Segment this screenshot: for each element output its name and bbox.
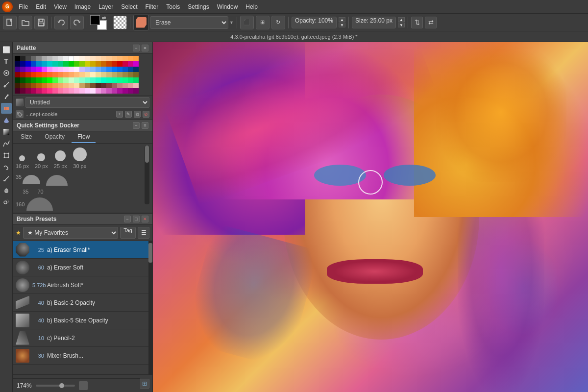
menu-filter[interactable]: Filter: [142, 2, 163, 11]
color-darkgray1[interactable]: [20, 56, 25, 61]
tag-filter-button[interactable]: Tag: [120, 227, 136, 239]
menu-settings[interactable]: Settings: [184, 2, 213, 11]
brush-item-mixer[interactable]: 30 Mixer Brush...: [13, 347, 148, 365]
tool-curves[interactable]: [1, 138, 12, 149]
tool-rect-select[interactable]: ⬜: [1, 44, 12, 55]
brush-half-160[interactable]: [26, 197, 53, 211]
opacity-value[interactable]: Opacity: 100%: [292, 17, 337, 28]
fit-canvas-button[interactable]: [79, 381, 88, 390]
tool-transform[interactable]: [1, 150, 12, 161]
brush-size-25[interactable]: 25 px: [54, 150, 67, 169]
qs-minimize-button[interactable]: −: [133, 122, 140, 129]
size-value[interactable]: Size: 25.00 px: [352, 17, 396, 28]
brush-item-pencil2[interactable]: 10 c) Pencil-2: [13, 329, 148, 347]
color-cream3[interactable]: [85, 56, 90, 61]
brush-half-35[interactable]: [23, 175, 40, 186]
menu-file[interactable]: File: [15, 2, 32, 11]
tool-heal[interactable]: [1, 79, 12, 90]
tool-text[interactable]: T: [1, 56, 12, 67]
bp-scrollbar[interactable]: [148, 241, 152, 374]
tab-opacity[interactable]: Opacity: [39, 131, 71, 143]
expand-button[interactable]: ⊞: [140, 379, 149, 389]
swap-colors-icon[interactable]: ⇄: [101, 15, 107, 21]
tool-measure[interactable]: [1, 173, 12, 184]
bp-maximize-button[interactable]: □: [133, 216, 140, 222]
brush-size-16[interactable]: 16 px: [16, 155, 29, 169]
color-beige6[interactable]: [128, 56, 133, 61]
flip-horizontal-button[interactable]: ⇅: [411, 17, 423, 28]
new-document-button[interactable]: [3, 16, 17, 29]
save-document-button[interactable]: [34, 16, 48, 29]
opacity-up-arrow[interactable]: ▲: [339, 17, 345, 22]
brush-preview[interactable]: [133, 15, 149, 30]
canvas-area[interactable]: [153, 42, 588, 392]
brush-item-airbrush[interactable]: 5.72b Airbrush Soft*: [13, 276, 148, 294]
color-beige4[interactable]: [117, 56, 122, 61]
size-up-arrow[interactable]: ▲: [398, 17, 405, 22]
color-selector[interactable]: ⇄: [90, 15, 107, 30]
color-gray7[interactable]: [63, 56, 69, 61]
brush-half-70[interactable]: [46, 175, 68, 186]
tool-paint-select[interactable]: [1, 68, 12, 78]
color-gray5[interactable]: [52, 56, 58, 61]
menu-edit[interactable]: Edit: [32, 2, 50, 11]
brush-size-20[interactable]: 20 px: [35, 153, 48, 169]
menu-tools[interactable]: Tools: [162, 2, 184, 11]
brush-name-select[interactable]: Erase: [150, 16, 228, 29]
menu-view[interactable]: View: [50, 2, 71, 11]
favorites-select[interactable]: ★ My Favorites: [23, 227, 118, 239]
open-document-button[interactable]: [19, 16, 32, 29]
refresh-button[interactable]: ↻: [271, 16, 285, 29]
tool-gradient[interactable]: [1, 126, 12, 137]
foreground-color-box[interactable]: [90, 15, 100, 25]
eraser-mode-button[interactable]: ⬛: [240, 16, 254, 29]
tag-delete-button[interactable]: ⊘: [143, 111, 149, 118]
redo-button[interactable]: [70, 16, 84, 29]
color-cream1[interactable]: [74, 56, 79, 61]
color-beige7[interactable]: [133, 56, 139, 61]
opacity-down-arrow[interactable]: ▼: [339, 23, 345, 27]
tool-fill[interactable]: [1, 115, 12, 125]
color-gray3[interactable]: [42, 56, 47, 61]
color-beige3[interactable]: [112, 56, 117, 61]
tab-size[interactable]: Size: [15, 131, 38, 143]
size-down-arrow[interactable]: ▼: [398, 23, 405, 27]
brush-size-30[interactable]: 30 px: [73, 147, 87, 169]
menu-layer[interactable]: Layer: [95, 2, 117, 11]
palette-minimize-button[interactable]: −: [133, 45, 140, 51]
color-gray4[interactable]: [47, 56, 52, 61]
tag-edit-button[interactable]: ✎: [125, 111, 132, 118]
undo-button[interactable]: [54, 16, 68, 29]
color-beige1[interactable]: [101, 56, 106, 61]
flip-vertical-button[interactable]: ⇄: [425, 17, 437, 28]
brush-item-eraser-small[interactable]: 25 a) Eraser Small*: [13, 241, 148, 259]
color-gray1[interactable]: [31, 56, 36, 61]
qs-scrollbar[interactable]: [145, 146, 149, 204]
color-beige2[interactable]: [106, 56, 112, 61]
tool-paintbrush[interactable]: [1, 91, 12, 102]
brush-item-eraser-soft[interactable]: 60 a) Eraser Soft: [13, 259, 148, 276]
color-cream4[interactable]: [90, 56, 96, 61]
palette-options-button[interactable]: ≡: [142, 45, 148, 51]
qs-options-button[interactable]: ≡: [142, 122, 148, 129]
color-black[interactable]: [15, 56, 20, 61]
view-toggle-button[interactable]: ☰: [138, 227, 149, 239]
tab-flow[interactable]: Flow: [72, 131, 96, 143]
menu-image[interactable]: Image: [71, 2, 95, 11]
lock-alpha-button[interactable]: ⊞: [256, 16, 270, 29]
color-gray2[interactable]: [36, 56, 42, 61]
bp-close-button[interactable]: ✕: [142, 216, 148, 222]
color-white[interactable]: [69, 56, 74, 61]
color-beige5[interactable]: [122, 56, 128, 61]
color-darkgray2[interactable]: [25, 56, 31, 61]
transparency-preview[interactable]: [113, 16, 127, 29]
tag-copy-button[interactable]: ⧉: [134, 111, 141, 118]
tag-add-button[interactable]: +: [116, 111, 123, 118]
palette-name-select[interactable]: Untitled: [25, 97, 149, 108]
brush-item-basic5[interactable]: 40 b) Basic-5 Size Opacity: [13, 312, 148, 329]
brush-item-basic2[interactable]: 40 b) Basic-2 Opacity: [13, 294, 148, 312]
color-cream2[interactable]: [79, 56, 85, 61]
tool-smudge[interactable]: [1, 185, 12, 196]
zoom-slider[interactable]: [36, 385, 75, 387]
color-gray6[interactable]: [58, 56, 63, 61]
